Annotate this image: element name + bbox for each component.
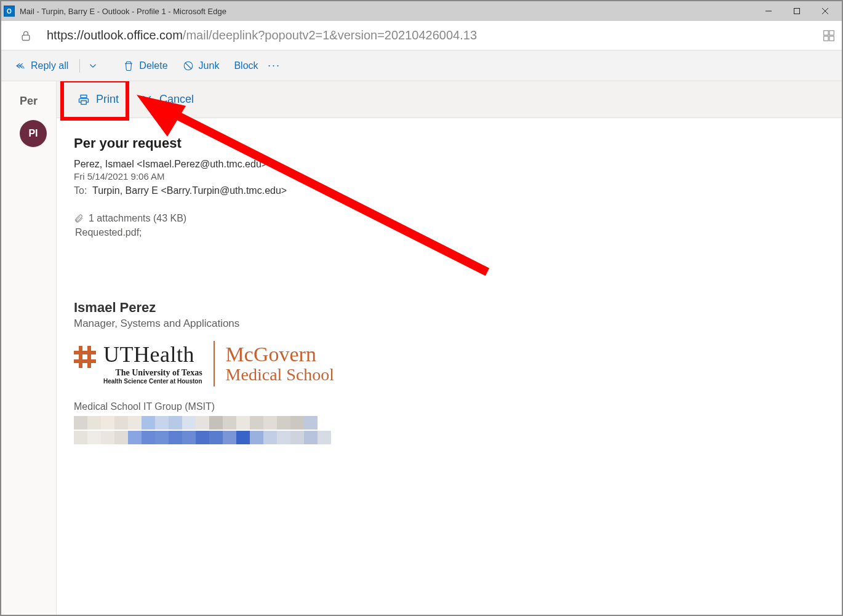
email-content: Per your request Perez, Ismael <Ismael.P… xyxy=(57,118,842,463)
browser-extensions-icon[interactable] xyxy=(822,29,836,42)
window-titlebar: O Mail - Turpin, Barry E - Outlook - Pro… xyxy=(1,1,842,21)
email-to-value: Turpin, Barry E <Barry.Turpin@uth.tmc.ed… xyxy=(92,185,287,196)
close-icon xyxy=(141,94,153,106)
svg-rect-11 xyxy=(81,95,87,97)
url-host: https://outlook.office.com xyxy=(47,28,183,42)
email-date: Fri 5/14/2021 9:06 AM xyxy=(74,171,825,182)
window-title: Mail - Turpin, Barry E - Outlook - Profi… xyxy=(20,7,754,16)
browser-address-bar[interactable]: https://outlook.office.com/mail/deeplink… xyxy=(1,21,842,50)
svg-rect-7 xyxy=(824,36,828,40)
logo-divider xyxy=(214,341,215,386)
mail-toolbar: Reply all Delete Junk Block ··· xyxy=(1,50,842,81)
svg-rect-1 xyxy=(794,9,800,14)
email-to: To: Turpin, Barry E <Barry.Turpin@uth.tm… xyxy=(74,185,825,196)
email-subject: Per your request xyxy=(74,135,825,151)
junk-label: Junk xyxy=(199,60,220,71)
toolbar-divider xyxy=(79,59,80,73)
svg-rect-12 xyxy=(81,100,86,104)
svg-rect-8 xyxy=(829,36,834,40)
cancel-button[interactable]: Cancel xyxy=(132,88,202,111)
uthealth-logo-sub2: Health Science Center at Houston xyxy=(103,378,202,385)
url-path: /mail/deeplink?popoutv2=1&version=202104… xyxy=(183,28,477,42)
reply-all-label: Reply all xyxy=(31,60,68,71)
more-actions-button[interactable]: ··· xyxy=(267,59,282,72)
svg-rect-4 xyxy=(22,35,30,40)
uthealth-logo-text: UTHealth xyxy=(103,343,202,366)
redacted-block xyxy=(74,416,825,444)
signature-title: Manager, Systems and Applications xyxy=(74,318,825,330)
print-label: Print xyxy=(96,93,119,106)
block-button[interactable]: Block xyxy=(228,57,264,75)
print-button[interactable]: Print xyxy=(69,88,127,111)
attachment-name[interactable]: Requested.pdf; xyxy=(75,227,825,238)
print-icon xyxy=(78,94,90,106)
outlook-app-icon: O xyxy=(4,6,15,17)
uthealth-cross-icon xyxy=(74,346,96,368)
message-list-pane: Per PI xyxy=(1,81,57,615)
delete-button[interactable]: Delete xyxy=(117,57,174,75)
reading-pane: Print Cancel Per your request Perez, Ism… xyxy=(57,81,842,615)
window-close-button[interactable] xyxy=(811,1,839,21)
signature-name: Ismael Perez xyxy=(74,300,825,316)
junk-button[interactable]: Junk xyxy=(177,57,226,75)
lock-icon xyxy=(20,30,32,42)
paperclip-icon xyxy=(74,212,84,225)
mcgovern-logo-line2: Medical School xyxy=(226,366,335,385)
window-minimize-button[interactable] xyxy=(754,1,783,21)
print-toolbar: Print Cancel xyxy=(57,81,842,118)
attachments-row[interactable]: 1 attachments (43 KB) xyxy=(74,212,825,225)
chevron-down-icon xyxy=(87,60,98,71)
junk-icon xyxy=(183,60,194,71)
svg-line-10 xyxy=(185,62,191,69)
trash-icon xyxy=(123,60,134,71)
reply-all-icon xyxy=(15,60,26,71)
uthealth-logo-sub1: The University of Texas xyxy=(103,368,202,378)
attachments-summary: 1 attachments (43 KB) xyxy=(89,213,186,224)
block-label: Block xyxy=(234,60,258,71)
reply-all-button[interactable]: Reply all xyxy=(9,57,74,75)
window-maximize-button[interactable] xyxy=(783,1,811,21)
cancel-label: Cancel xyxy=(159,93,194,106)
email-to-label: To: xyxy=(74,185,87,196)
email-from: Perez, Ismael <Ismael.Perez@uth.tmc.edu> xyxy=(74,159,825,170)
reply-all-chevron[interactable] xyxy=(85,57,101,75)
signature-dept: Medical School IT Group (MSIT) xyxy=(74,401,825,412)
svg-rect-5 xyxy=(824,30,828,34)
sender-avatar: PI xyxy=(20,120,47,147)
mcgovern-logo-line1: McGovern xyxy=(226,343,335,366)
signature-logo: UTHealth The University of Texas Health … xyxy=(74,341,825,386)
list-subject-preview: Per xyxy=(1,91,56,120)
delete-label: Delete xyxy=(139,60,167,71)
ellipsis-icon: ··· xyxy=(268,59,281,72)
svg-rect-6 xyxy=(829,30,834,34)
